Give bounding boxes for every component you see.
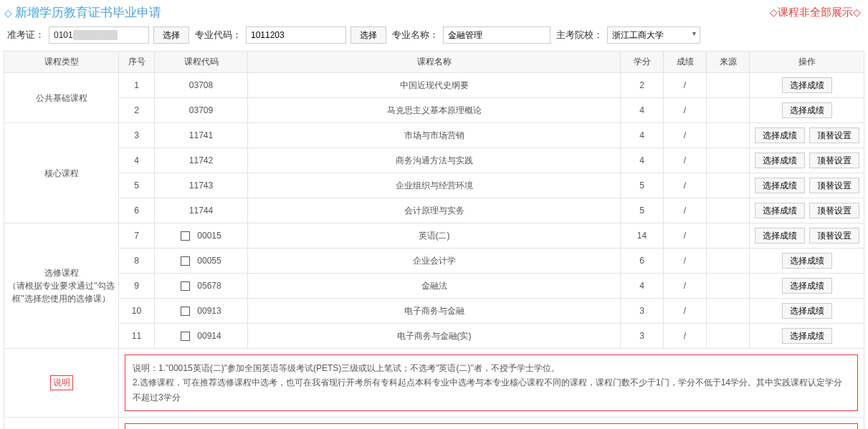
code-text: 03709 <box>189 105 213 115</box>
zydm-input[interactable] <box>246 26 346 44</box>
select-score-button[interactable]: 选择成绩 <box>782 328 832 344</box>
cell-code: 03708 <box>155 73 248 98</box>
cell-source <box>707 249 750 274</box>
cell-action: 选择成绩顶替设置 <box>750 223 864 249</box>
course-checkbox[interactable] <box>181 256 190 266</box>
cell-num: 5 <box>119 173 155 198</box>
cell-credit: 2 <box>621 73 664 98</box>
table-row: 511743企业组织与经营环境5/选择成绩顶替设置 <box>4 173 864 198</box>
cell-action: 选择成绩顶替设置 <box>750 123 864 148</box>
cell-name: 电子商务与金融(实) <box>248 324 621 349</box>
cell-action: 选择成绩顶替设置 <box>750 148 864 173</box>
code-text: 11741 <box>189 130 213 140</box>
th-code: 课程代码 <box>155 52 248 73</box>
select-score-button[interactable]: 选择成绩 <box>782 102 832 118</box>
cell-num: 9 <box>119 274 155 299</box>
cell-code: 11742 <box>155 148 248 173</box>
th-credit: 学分 <box>621 52 664 73</box>
table-row: 611744会计原理与实务5/选择成绩顶替设置 <box>4 198 864 223</box>
zkz-select-button[interactable]: 选择 <box>153 26 189 44</box>
code-text: 00055 <box>197 256 221 266</box>
select-score-button[interactable]: 选择成绩 <box>782 278 832 294</box>
zkz-input[interactable]: 0101 <box>54 30 73 40</box>
cell-num: 8 <box>119 249 155 274</box>
cell-credit: 5 <box>621 173 664 198</box>
cell-source <box>707 73 750 98</box>
desc-label-cell: 专业要求说明 <box>4 418 119 429</box>
table-row: 411742商务沟通方法与实践4/选择成绩顶替设置 <box>4 148 864 173</box>
cell-type: 核心课程 <box>4 123 119 223</box>
course-checkbox[interactable] <box>181 281 190 291</box>
cell-code: 11744 <box>155 198 248 223</box>
code-text: 00914 <box>197 331 221 341</box>
cell-num: 11 <box>119 324 155 349</box>
desc-label-cell: 说明 <box>4 349 119 418</box>
cell-num: 3 <box>119 123 155 148</box>
cell-score: / <box>664 249 707 274</box>
th-num: 序号 <box>119 52 155 73</box>
th-type: 课程类型 <box>4 52 119 73</box>
select-score-button[interactable]: 选择成绩 <box>755 127 805 143</box>
cell-score: / <box>664 148 707 173</box>
select-score-button[interactable]: 选择成绩 <box>755 178 805 193</box>
replace-button[interactable]: 顶替设置 <box>809 203 859 218</box>
cell-num: 7 <box>119 223 155 249</box>
zkz-masked: xxxxxxxxx <box>73 30 118 40</box>
cell-source <box>707 148 750 173</box>
code-text: 00913 <box>197 306 221 316</box>
select-score-button[interactable]: 选择成绩 <box>755 203 805 218</box>
course-checkbox[interactable] <box>181 231 190 241</box>
select-score-button[interactable]: 选择成绩 <box>755 228 805 244</box>
cell-source <box>707 299 750 324</box>
course-checkbox[interactable] <box>181 332 190 341</box>
table-row: 公共基础课程103708中国近现代史纲要2/选择成绩 <box>4 73 864 98</box>
cell-code: 00914 <box>155 324 248 349</box>
cell-score: / <box>664 98 707 123</box>
zydm-select-button[interactable]: 选择 <box>350 26 386 44</box>
cell-credit: 14 <box>621 223 664 249</box>
cell-score: / <box>664 198 707 223</box>
cell-source <box>707 98 750 123</box>
desc-row: 说明说明：1."00015英语(二)"参加全国英语等级考试(PETS)三级或以上… <box>4 349 864 418</box>
table-row: 203709马克思主义基本原理概论4/选择成绩 <box>4 98 864 123</box>
table-row: 1100914电子商务与金融(实)3/选择成绩 <box>4 324 864 349</box>
zymc-input[interactable] <box>443 26 550 44</box>
cell-code: 00055 <box>155 249 248 274</box>
cell-source <box>707 223 750 249</box>
zkyx-select[interactable]: 浙江工商大学 <box>607 26 700 44</box>
code-text: 11743 <box>189 180 213 191</box>
cell-score: / <box>664 123 707 148</box>
cell-name: 电子商务与金融 <box>248 299 621 324</box>
cell-type: 选修课程 （请根据专业要求通过"勾选框"选择您使用的选修课） <box>4 223 119 349</box>
cell-name: 企业会计学 <box>248 249 621 274</box>
page-title: 新增学历教育证书毕业申请 <box>15 4 161 21</box>
cell-name: 金融法 <box>248 274 621 299</box>
select-score-button[interactable]: 选择成绩 <box>782 77 832 93</box>
cell-code: 11741 <box>155 123 248 148</box>
replace-button[interactable]: 顶替设置 <box>809 178 859 193</box>
code-text: 05678 <box>197 281 221 291</box>
course-checkbox[interactable] <box>181 307 190 316</box>
zkyx-label: 主考院校： <box>556 29 603 42</box>
cell-credit: 4 <box>621 148 664 173</box>
select-score-button[interactable]: 选择成绩 <box>782 303 832 319</box>
cell-action: 选择成绩顶替设置 <box>750 198 864 223</box>
cell-credit: 4 <box>621 274 664 299</box>
replace-button[interactable]: 顶替设置 <box>809 228 859 244</box>
cell-name: 马克思主义基本原理概论 <box>248 98 621 123</box>
cell-name: 英语(二) <box>248 223 621 249</box>
select-score-button[interactable]: 选择成绩 <box>755 153 805 168</box>
cell-action: 选择成绩 <box>750 324 864 349</box>
desc-box: 说明：1."00015英语(二)"参加全国英语等级考试(PETS)三级或以上笔试… <box>125 355 858 411</box>
desc-label: 说明 <box>50 375 73 390</box>
select-score-button[interactable]: 选择成绩 <box>782 253 832 269</box>
back-icon[interactable]: ◇ <box>4 7 12 19</box>
th-score: 成绩 <box>664 52 707 73</box>
replace-button[interactable]: 顶替设置 <box>809 127 859 143</box>
desc-box: 该专业要求总学分最低为68分，当前已申请总学分6分 选修课门数最低要求为1门，当… <box>125 423 858 429</box>
cell-code: 00913 <box>155 299 248 324</box>
code-text: 11742 <box>189 155 213 165</box>
cell-score: / <box>664 299 707 324</box>
cell-name: 商务沟通方法与实践 <box>248 148 621 173</box>
replace-button[interactable]: 顶替设置 <box>809 153 859 168</box>
